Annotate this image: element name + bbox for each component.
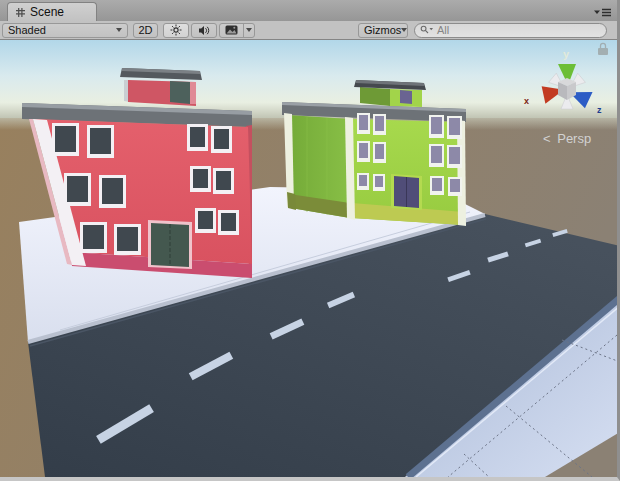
persp-label: Persp <box>557 131 591 146</box>
tab-label: Scene <box>30 5 64 19</box>
red-penthouse-door <box>170 81 190 104</box>
audio-icon <box>198 25 210 36</box>
gizmos-dropdown[interactable]: Gizmos <box>358 23 408 38</box>
axis-z-label: z <box>597 105 602 115</box>
audio-toggle-button[interactable] <box>191 23 217 38</box>
scene-viewport[interactable]: y x z < Persp <box>0 40 617 477</box>
scene-panel: Scene Shaded 2D <box>0 0 620 481</box>
shading-mode-dropdown[interactable]: Shaded <box>2 23 128 38</box>
search-value: All <box>437 24 449 36</box>
shading-mode-label: Shaded <box>8 24 46 36</box>
dropdown-arrow-icon <box>116 28 122 32</box>
gizmos-label: Gizmos <box>364 24 401 36</box>
sun-icon <box>170 24 182 36</box>
tab-scene[interactable]: Scene <box>7 2 97 21</box>
toggle-2d-button[interactable]: 2D <box>133 23 158 38</box>
persp-arrow-icon: < <box>543 131 551 146</box>
persp-toggle[interactable]: < Persp <box>543 131 591 146</box>
lighting-toggle-button[interactable] <box>163 23 189 38</box>
effects-toggle-button[interactable] <box>219 23 255 38</box>
tab-bar: Scene <box>0 0 617 21</box>
axis-y-label: y <box>563 48 570 60</box>
grid-icon <box>15 7 26 18</box>
axis-x-label: x <box>524 96 529 106</box>
green-penthouse-left <box>360 87 390 106</box>
effects-icon <box>220 24 243 37</box>
scene-toolbar: Shaded 2D <box>0 21 617 40</box>
effects-dropdown-arrow[interactable] <box>243 24 254 37</box>
scene-canvas: y x z < Persp <box>0 40 617 477</box>
red-penthouse-edge <box>190 82 196 104</box>
panel-menu-icon[interactable] <box>594 8 612 18</box>
green-pillar-base <box>287 192 296 210</box>
toggle-2d-label: 2D <box>138 24 152 36</box>
green-penthouse-door <box>400 90 412 104</box>
search-icon <box>420 25 434 35</box>
scene-search-field[interactable]: All <box>414 23 607 38</box>
dropdown-arrow-icon <box>401 28 407 32</box>
